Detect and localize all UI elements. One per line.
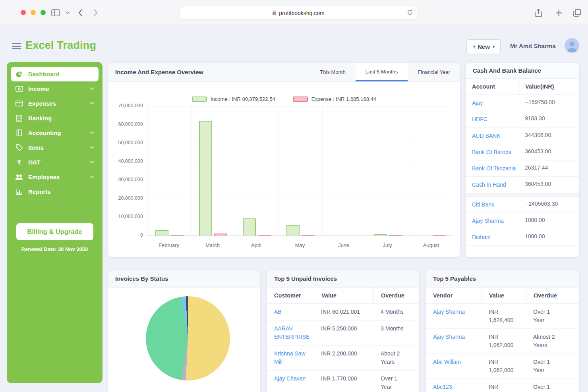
- payables-card: Top 5 Payables Vendor Value Overdue Ajay…: [426, 270, 579, 392]
- account-link[interactable]: HDFC: [472, 116, 487, 122]
- close-window-button[interactable]: [21, 10, 26, 15]
- sidebar-item-label: Banking: [28, 115, 52, 122]
- share-icon[interactable]: [533, 7, 544, 18]
- account-value: 344306.00: [518, 128, 579, 144]
- gridline-h: [147, 162, 453, 162]
- bar-chart-icon: [15, 189, 23, 195]
- y-axis-tick: 30,000,000: [108, 177, 143, 182]
- legend-item: Income : INR 80,879,522.54: [192, 96, 275, 102]
- sidebar-toggle-icon[interactable]: [50, 7, 61, 18]
- income-bar[interactable]: [286, 225, 300, 236]
- column-header-value: Value: [482, 288, 526, 303]
- account-link[interactable]: Citi Bank: [472, 201, 494, 208]
- gridline-v: [453, 106, 453, 236]
- income-bar[interactable]: [374, 234, 387, 236]
- gridline-v: [279, 106, 279, 236]
- billing-upgrade-button[interactable]: Billing & Upgrade: [16, 223, 93, 240]
- vendor-link[interactable]: Ajay Sharma: [433, 333, 465, 341]
- income-bar[interactable]: [243, 218, 256, 236]
- invoices-status-title: Invoices By Status: [108, 270, 260, 288]
- overdue-value: Over 1 Year: [381, 375, 404, 391]
- bar-chart: [147, 106, 453, 236]
- tab-financial-year[interactable]: Financial Year: [408, 63, 460, 81]
- income-expense-card: Income And Expense Overview This MonthLa…: [108, 63, 460, 257]
- column-header-overdue: Overdue: [526, 288, 579, 303]
- x-axis-label: June: [322, 242, 366, 248]
- account-link[interactable]: AUD BANK: [472, 133, 501, 139]
- vendor-link[interactable]: Abc Willam: [433, 358, 461, 366]
- account-link[interactable]: Bank Of Tanzania: [472, 165, 516, 172]
- sidebar-item-items[interactable]: Items: [11, 140, 99, 155]
- expense-bar[interactable]: [258, 235, 271, 236]
- sidebar-item-income[interactable]: Income: [11, 81, 99, 96]
- vendor-link[interactable]: Ajay Sharma: [433, 308, 465, 316]
- overdue-value: Over 1 Year: [533, 308, 558, 324]
- new-button[interactable]: + New ▾: [466, 39, 501, 54]
- expense-bar[interactable]: [214, 234, 227, 236]
- overdue-value: Over 1 Year: [533, 358, 558, 375]
- legend-label: Expense : INR 1,685,168.44: [311, 96, 376, 102]
- avatar[interactable]: [565, 38, 579, 53]
- account-link[interactable]: Ajay Sharma: [472, 218, 504, 224]
- sidebar-item-dashboard[interactable]: Dashboard: [11, 67, 99, 81]
- expense-bar[interactable]: [170, 235, 184, 236]
- value-value: INR 60,021,001: [321, 309, 360, 315]
- menu-icon[interactable]: [12, 43, 21, 49]
- legend-item: Expense : INR 1,685,168.44: [293, 96, 376, 102]
- column-header-overdue: Overdue: [373, 288, 419, 303]
- zoom-window-button[interactable]: [41, 10, 46, 15]
- customer-link[interactable]: AB: [274, 308, 282, 316]
- forward-icon[interactable]: [90, 7, 101, 18]
- sidebar-item-employees[interactable]: Employees: [11, 170, 99, 184]
- sidebar-item-label: Items: [28, 144, 44, 151]
- invoices-pie-chart[interactable]: [146, 296, 230, 380]
- gridline-h: [147, 106, 453, 106]
- customer-link[interactable]: AARAV ENTERPRISE: [274, 324, 307, 341]
- expense-bar[interactable]: [433, 235, 446, 236]
- address-bar[interactable]: profitbookshq.com: [180, 6, 417, 20]
- value-value: INR 1,770,000: [321, 375, 357, 382]
- expense-bar[interactable]: [389, 235, 402, 236]
- vendor-link[interactable]: Abc123: [433, 383, 452, 391]
- tab-last-6-months[interactable]: Last 6 Months: [356, 63, 408, 81]
- x-axis-label: August: [409, 242, 453, 248]
- new-tab-icon[interactable]: [553, 7, 564, 18]
- income-bar[interactable]: [199, 121, 212, 236]
- expense-bar[interactable]: [302, 235, 315, 236]
- cash-bank-card: Cash And Bank Balance Account Value(INR)…: [466, 63, 579, 257]
- sidebar-item-gst[interactable]: ₹GST: [11, 155, 99, 170]
- y-axis-tick: 50,000,000: [108, 140, 143, 145]
- ledger-book-icon: [15, 129, 23, 136]
- payables-column-headers: Vendor Value Overdue: [426, 288, 579, 304]
- income-bar[interactable]: [155, 230, 168, 236]
- reload-icon[interactable]: [407, 9, 413, 17]
- invoices-status-card: Invoices By Status: [108, 270, 260, 392]
- minimize-window-button[interactable]: [31, 10, 36, 15]
- customer-link[interactable]: Ajay Chavan: [274, 375, 306, 383]
- chevron-down-icon: [90, 146, 94, 149]
- sidebar-divider: [12, 215, 97, 215]
- rupee-icon: ₹: [15, 159, 23, 166]
- sidebar-item-banking[interactable]: Banking: [11, 111, 99, 126]
- tab-overview-icon[interactable]: [571, 7, 582, 18]
- caret-down-icon: ▾: [493, 44, 495, 49]
- account-link[interactable]: Dishant: [472, 234, 491, 240]
- sidebar-item-accounting[interactable]: Accounting: [11, 126, 99, 140]
- table-row: Dishant1000.00: [466, 229, 579, 245]
- y-axis-tick: 10,000,000: [108, 214, 143, 219]
- sidebar-nav: DashboardIncomeExpensesBankingAccounting…: [7, 67, 103, 199]
- chevron-down-icon: [90, 161, 94, 164]
- sidebar-item-label: Employees: [28, 174, 60, 180]
- sidebar-item-reports[interactable]: Reports: [11, 184, 99, 199]
- chevron-down-icon[interactable]: [62, 7, 73, 18]
- account-link[interactable]: Bank Of Baroda: [472, 149, 512, 155]
- sidebar-item-label: Reports: [28, 188, 51, 195]
- sidebar-item-expenses[interactable]: Expenses: [11, 96, 99, 111]
- account-link[interactable]: Ajay: [472, 100, 483, 106]
- customer-link[interactable]: Krishna Saw Mill: [274, 350, 307, 366]
- x-axis-label: February: [147, 242, 191, 248]
- browser-toolbar: profitbookshq.com: [0, 0, 588, 25]
- back-icon[interactable]: [75, 7, 86, 18]
- account-link[interactable]: Cash In Hand: [472, 182, 506, 188]
- tab-this-month[interactable]: This Month: [310, 63, 355, 81]
